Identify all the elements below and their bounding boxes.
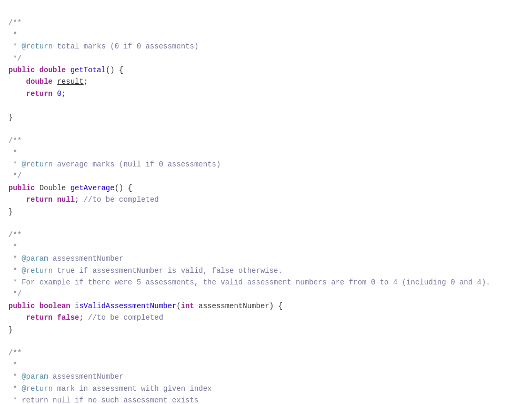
comment-line-33: * return null if no such assessment exis… — [8, 396, 198, 404]
comment-line-32: * @return mark in assessment with given … — [8, 385, 212, 393]
comment-line-4: */ — [8, 54, 22, 63]
comment-line-19: /** — [8, 231, 22, 239]
comment-line-24: */ — [8, 290, 22, 298]
code-line-17: } — [8, 208, 13, 216]
code-line-9: } — [8, 113, 13, 122]
code-line-6: double result; — [8, 77, 88, 86]
comment-line-11: /** — [8, 136, 22, 145]
comment-line-30: * — [8, 361, 17, 369]
comment-line-21: * @param assessmentNumber — [8, 254, 123, 263]
code-line-26: return false; //to be completed — [8, 313, 163, 322]
code-line-25: public boolean isValidAssessmentNumber(i… — [8, 302, 283, 310]
comment-line-12: * — [8, 149, 17, 157]
comment-line-31: * @param assessmentNumber — [8, 372, 123, 381]
code-line-15: public Double getAverage() { — [8, 184, 132, 192]
comment-line-23: * For example if there were 5 assessment… — [8, 278, 490, 287]
comment-line-14: */ — [8, 172, 22, 180]
comment-line-3: * @return total marks (0 if 0 assessment… — [8, 42, 198, 51]
code-line-5: public double getTotal() { — [8, 66, 123, 74]
comment-line-1: /** — [8, 18, 22, 27]
comment-line-2: * — [8, 31, 17, 39]
comment-line-13: * @return average marks (null if 0 asses… — [8, 160, 220, 169]
code-line-27: } — [8, 326, 13, 334]
code-container: /** * * @return total marks (0 if 0 asse… — [8, 5, 524, 404]
comment-line-29: /** — [8, 349, 22, 357]
comment-line-20: * — [8, 243, 17, 251]
comment-line-22: * @return true if assessmentNumber is va… — [8, 267, 283, 275]
code-line-7: return 0; — [8, 90, 66, 98]
code-line-16: return null; //to be completed — [8, 195, 159, 204]
